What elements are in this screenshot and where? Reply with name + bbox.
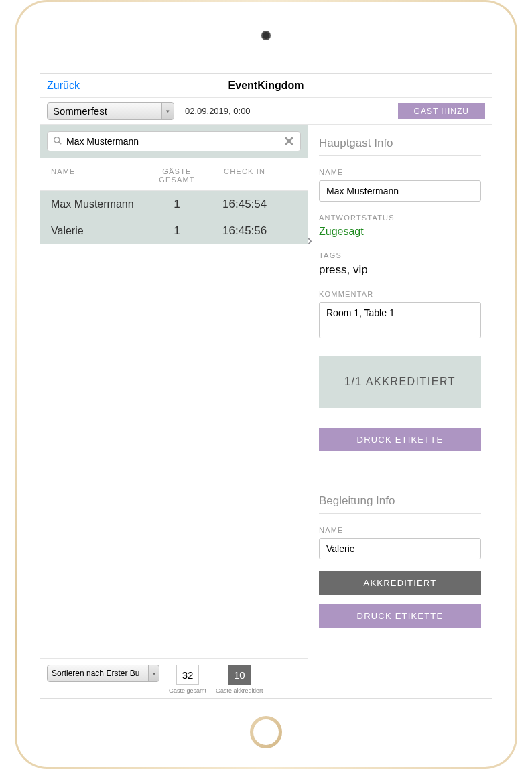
home-button-ring: [253, 719, 279, 745]
event-dropdown[interactable]: Sommerfest ▾: [47, 102, 174, 120]
companion-name-label: NAME: [319, 526, 481, 534]
main-guest-name-input[interactable]: [319, 180, 481, 202]
search-container: ✕: [40, 125, 308, 158]
app-title: EventKingdom: [228, 80, 304, 92]
guest-count: 1: [148, 224, 206, 238]
nav-bar: Zurück EventKingdom: [40, 74, 492, 98]
main-guest-section-title: Hauptgast Info: [319, 137, 481, 156]
accredited-guests-box: 10 Gäste akkreditiert: [216, 665, 263, 694]
guest-rows: Max Mustermann 1 16:45:54 Valerie 1 16:4…: [40, 191, 308, 658]
companion-name-input[interactable]: [319, 538, 481, 559]
detail-panel: Hauptgast Info NAME ANTWORTSTATUS Zugesa…: [308, 125, 492, 698]
guest-name: Valerie: [51, 225, 148, 237]
status-label: ANTWORTSTATUS: [319, 214, 481, 222]
camera-icon: [261, 31, 271, 40]
sort-dropdown[interactable]: Sortieren nach Erster Bu ▾: [47, 665, 159, 682]
bottom-bar: Sortieren nach Erster Bu ▾ 32 Gäste gesa…: [40, 658, 308, 698]
header-guests: GÄSTE GESAMT: [148, 167, 206, 184]
svg-line-1: [59, 141, 62, 144]
print-companion-label-button[interactable]: DRUCK ETIKETTE: [319, 604, 481, 628]
tags-value: press, vip: [319, 263, 481, 277]
search-icon: [53, 136, 62, 147]
accredited-guests-label: Gäste akkreditiert: [216, 687, 263, 694]
total-guests-box: 32 Gäste gesamt: [169, 665, 206, 694]
sort-dropdown-value: Sortieren nach Erster Bu: [52, 669, 139, 678]
guest-name: Max Mustermann: [51, 198, 148, 210]
clear-search-icon[interactable]: ✕: [283, 135, 295, 148]
chevron-right-icon: ›: [307, 231, 312, 250]
guest-list-panel: ✕ NAME GÄSTE GESAMT CHECK IN Max Musterm…: [40, 125, 308, 698]
accredited-status: 1/1 AKKREDITIERT: [319, 356, 481, 408]
chevron-down-icon: ▾: [148, 665, 159, 681]
total-guests-label: Gäste gesamt: [169, 687, 206, 694]
status-value: Zugesagt: [319, 226, 481, 238]
comment-label: KOMMENTAR: [319, 290, 481, 298]
guest-row[interactable]: Valerie 1 16:45:56 ›: [40, 218, 308, 244]
event-date: 02.09.2019, 0:00: [185, 106, 251, 116]
chevron-down-icon: ▾: [161, 103, 174, 119]
name-label: NAME: [319, 168, 481, 176]
header-name: NAME: [51, 167, 148, 184]
back-button[interactable]: Zurück: [47, 80, 80, 92]
search-input[interactable]: [66, 136, 279, 147]
total-guests-value: 32: [176, 665, 199, 685]
tablet-frame: Zurück EventKingdom Sommerfest ▾ 02.09.2…: [15, 0, 517, 769]
app-screen: Zurück EventKingdom Sommerfest ▾ 02.09.2…: [40, 73, 492, 699]
accredited-guests-value: 10: [228, 665, 251, 685]
content-area: ✕ NAME GÄSTE GESAMT CHECK IN Max Musterm…: [40, 125, 492, 698]
companion-section-title: Begleitung Info: [319, 494, 481, 514]
guest-checkin: 16:45:56: [206, 224, 283, 238]
print-label-button[interactable]: DRUCK ETIKETTE: [319, 428, 481, 451]
toolbar: Sommerfest ▾ 02.09.2019, 0:00 GAST HINZU: [40, 98, 492, 125]
guest-count: 1: [148, 198, 206, 211]
table-header: NAME GÄSTE GESAMT CHECK IN: [40, 158, 308, 191]
search-box[interactable]: ✕: [47, 131, 301, 151]
tags-label: TAGS: [319, 251, 481, 259]
header-checkin: CHECK IN: [206, 167, 283, 184]
home-button[interactable]: [250, 716, 282, 748]
comment-input[interactable]: [319, 302, 481, 338]
tablet-bezel: Zurück EventKingdom Sommerfest ▾ 02.09.2…: [17, 2, 515, 767]
guest-checkin: 16:45:54: [206, 198, 283, 211]
guest-row[interactable]: Max Mustermann 1 16:45:54: [40, 191, 308, 218]
event-dropdown-value: Sommerfest: [53, 105, 107, 117]
svg-point-0: [54, 137, 60, 142]
accredit-button[interactable]: AKKREDITIERT: [319, 571, 481, 595]
add-guest-button[interactable]: GAST HINZU: [398, 103, 485, 119]
